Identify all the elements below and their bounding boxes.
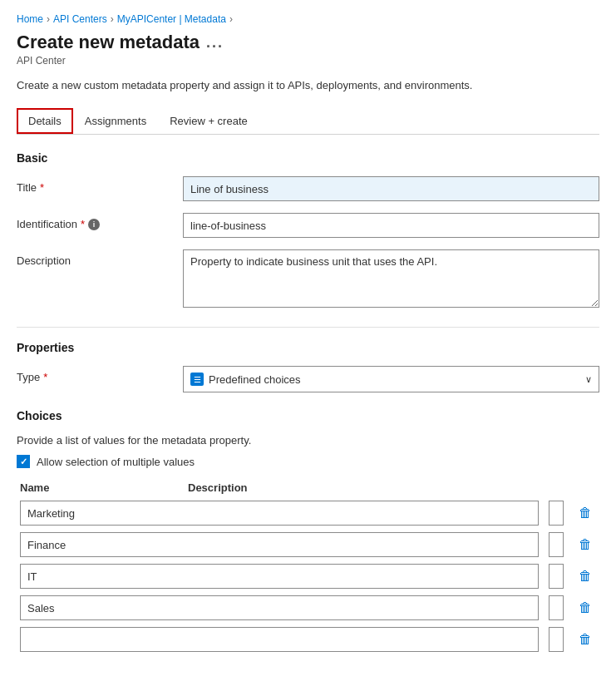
choice-desc-input[interactable] — [549, 595, 564, 620]
choices-description: Provide a list of values for the metadat… — [17, 434, 599, 447]
title-control — [183, 176, 599, 201]
col-action-header — [571, 481, 596, 494]
breadcrumb-api-centers[interactable]: API Centers — [53, 13, 107, 25]
choice-name-input[interactable] — [20, 595, 539, 620]
page-subtitle: API Center — [17, 55, 599, 67]
choice-name-input[interactable] — [20, 627, 539, 652]
col-name-header: Name — [20, 481, 178, 494]
breadcrumb-myapicenter[interactable]: MyAPICenter | Metadata — [117, 13, 226, 25]
identification-required: * — [81, 218, 85, 230]
col-desc-header: Description — [188, 481, 561, 494]
description-row: Description Property to indicate busines… — [17, 249, 599, 310]
choices-rows: 🗑🗑🗑🗑🗑 — [17, 501, 599, 652]
multiple-values-row: Allow selection of multiple values — [17, 455, 599, 468]
page-title: Create new metadata ... — [17, 32, 599, 53]
delete-choice-button[interactable]: 🗑 — [574, 569, 596, 584]
type-select[interactable]: Predefined choices ∨ — [183, 366, 599, 392]
title-required: * — [40, 181, 44, 194]
type-control: Predefined choices ∨ — [183, 366, 599, 392]
choice-name-input[interactable] — [20, 564, 539, 589]
identification-info-icon[interactable]: i — [88, 219, 100, 230]
choices-section-title: Choices — [17, 409, 599, 422]
breadcrumb-home[interactable]: Home — [17, 13, 43, 25]
breadcrumb: Home › API Centers › MyAPICenter | Metad… — [17, 13, 599, 25]
description-control: Property to indicate business unit that … — [183, 249, 599, 310]
type-required: * — [43, 371, 47, 383]
properties-section: Properties Type * Predefined choices ∨ — [17, 341, 599, 392]
identification-label: Identification * i — [17, 213, 183, 230]
table-row: 🗑 — [17, 627, 599, 652]
choice-name-input[interactable] — [20, 501, 539, 526]
basic-section-title: Basic — [17, 151, 599, 165]
identification-row: Identification * i — [17, 213, 599, 238]
tab-assignments[interactable]: Assignments — [73, 108, 158, 134]
type-label: Type * — [17, 366, 183, 383]
delete-choice-button[interactable]: 🗑 — [574, 537, 596, 552]
choice-desc-input[interactable] — [549, 627, 564, 652]
choices-section: Choices Provide a list of values for the… — [17, 409, 599, 652]
choice-desc-input[interactable] — [549, 501, 564, 526]
title-row: Title * — [17, 176, 599, 201]
choice-desc-input[interactable] — [549, 564, 564, 589]
type-row: Type * Predefined choices ∨ — [17, 366, 599, 392]
chevron-down-icon: ∨ — [585, 374, 592, 385]
title-input[interactable] — [183, 176, 599, 201]
description-textarea[interactable]: Property to indicate business unit that … — [183, 249, 599, 308]
identification-input[interactable] — [183, 213, 599, 238]
delete-choice-button[interactable]: 🗑 — [574, 506, 596, 521]
multiple-values-label: Allow selection of multiple values — [37, 456, 195, 468]
choices-table-header: Name Description — [17, 481, 599, 494]
description-label: Description — [17, 249, 183, 267]
predefined-choices-icon — [190, 373, 204, 386]
tab-review[interactable]: Review + create — [158, 108, 259, 134]
table-row: 🗑 — [17, 532, 599, 557]
identification-control — [183, 213, 599, 238]
choice-desc-input[interactable] — [549, 532, 564, 557]
tab-details[interactable]: Details — [17, 108, 73, 134]
properties-section-title: Properties — [17, 341, 599, 354]
table-row: 🗑 — [17, 501, 599, 526]
title-label: Title * — [17, 176, 183, 194]
basic-section: Basic Title * Identification * i Descrip… — [17, 151, 599, 310]
page-description: Create a new custom metadata property an… — [17, 78, 599, 93]
choice-name-input[interactable] — [20, 532, 539, 557]
table-row: 🗑 — [17, 595, 599, 620]
divider-1 — [17, 327, 599, 328]
table-row: 🗑 — [17, 564, 599, 589]
more-options-button[interactable]: ... — [206, 34, 224, 52]
delete-choice-button[interactable]: 🗑 — [574, 632, 596, 647]
delete-choice-button[interactable]: 🗑 — [574, 600, 596, 615]
multiple-values-checkbox[interactable] — [17, 455, 30, 468]
tabs-container: Details Assignments Review + create — [17, 108, 599, 135]
